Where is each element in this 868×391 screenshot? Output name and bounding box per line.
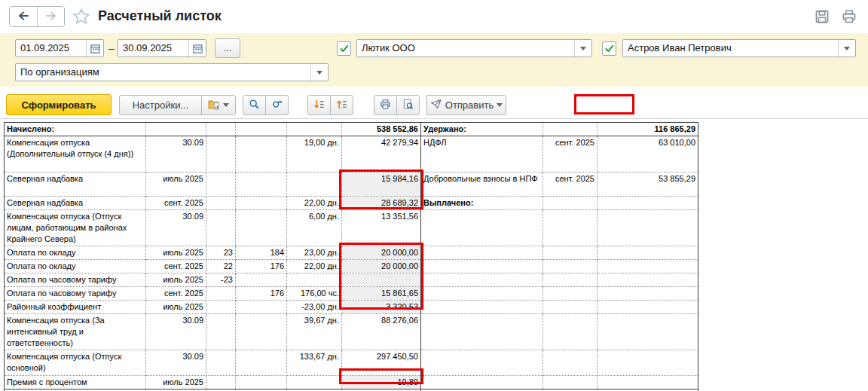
- grid-cell[interactable]: [421, 301, 543, 314]
- grid-cell[interactable]: Удержано:: [421, 123, 543, 136]
- grid-cell[interactable]: Районный коэффициент: [5, 301, 146, 314]
- grid-cell[interactable]: [543, 210, 598, 246]
- grid-cell[interactable]: 6,00 дн.: [287, 210, 342, 246]
- grid-cell[interactable]: -23: [206, 273, 236, 287]
- grid-cell[interactable]: [543, 301, 598, 314]
- grid-cell[interactable]: Компенсация отпуска (Отпуск лицам, работ…: [5, 210, 146, 246]
- grid-cell[interactable]: [206, 123, 236, 136]
- organization-checkbox[interactable]: [337, 41, 351, 56]
- grid-cell[interactable]: [206, 197, 236, 210]
- grid-cell[interactable]: [236, 301, 287, 314]
- save-icon[interactable]: [814, 8, 830, 25]
- grid-cell[interactable]: [421, 287, 543, 301]
- generate-button[interactable]: Сформировать: [6, 94, 112, 115]
- chevron-down-icon[interactable]: [574, 40, 591, 57]
- grid-cell[interactable]: [543, 287, 598, 301]
- grid-cell[interactable]: [421, 273, 543, 287]
- grid-cell[interactable]: Оплата по окладу: [5, 246, 146, 260]
- grid-cell[interactable]: сент. 2025: [543, 136, 598, 173]
- grid-cell[interactable]: [598, 301, 698, 314]
- grid-cell[interactable]: 13 351,56: [342, 210, 421, 246]
- grid-cell[interactable]: Компенсация отпуска (За интенсивный труд…: [5, 314, 146, 350]
- employee-select[interactable]: Астров Иван Петрович: [622, 39, 856, 57]
- date-to-field[interactable]: 30.09.2025: [118, 39, 206, 57]
- print-icon[interactable]: [841, 8, 857, 25]
- grid-cell[interactable]: [287, 173, 342, 197]
- grid-cell[interactable]: Оплата по окладу: [5, 260, 146, 273]
- organization-value[interactable]: Лютик ООО: [357, 40, 574, 57]
- grid-cell[interactable]: 15 984,16: [342, 173, 421, 197]
- grid-cell[interactable]: 538 552,86: [342, 123, 421, 136]
- grid-cell[interactable]: 22: [206, 260, 236, 273]
- grid-cell[interactable]: [598, 314, 698, 350]
- grid-cell[interactable]: [287, 273, 342, 287]
- grid-cell[interactable]: [236, 197, 287, 210]
- favorite-star-icon[interactable]: [72, 8, 90, 26]
- grid-cell[interactable]: [543, 260, 598, 273]
- grid-cell[interactable]: [206, 210, 236, 246]
- grid-cell[interactable]: июль 2025: [146, 301, 206, 314]
- grid-cell[interactable]: [598, 197, 698, 210]
- grid-cell[interactable]: Северная надбавка: [5, 173, 146, 197]
- employee-checkbox[interactable]: [602, 41, 616, 56]
- grid-cell[interactable]: -23,00 дн.: [287, 301, 342, 314]
- employee-value[interactable]: Астров Иван Петрович: [623, 40, 838, 57]
- grid-cell[interactable]: [598, 210, 698, 246]
- grid-cell[interactable]: июль 2025: [146, 173, 206, 197]
- grid-cell[interactable]: 176: [236, 260, 287, 273]
- back-button[interactable]: [10, 7, 37, 26]
- settings-button[interactable]: Настройки...: [119, 95, 202, 115]
- grid-cell[interactable]: сент. 2025: [146, 197, 206, 210]
- grid-cell[interactable]: июль 2025: [146, 246, 206, 260]
- grid-cell[interactable]: [598, 246, 698, 260]
- grid-cell[interactable]: [287, 123, 342, 136]
- grid-cell[interactable]: Оплата по часовому тарифу: [5, 287, 146, 301]
- grid-cell[interactable]: 30.09: [146, 350, 206, 376]
- grid-cell[interactable]: НДФЛ: [421, 136, 543, 173]
- grid-cell[interactable]: [236, 314, 287, 350]
- send-button[interactable]: Отправить: [426, 95, 506, 115]
- grid-cell[interactable]: 20 000,00: [342, 260, 421, 273]
- grid-cell[interactable]: 30.09: [146, 210, 206, 246]
- grid-cell[interactable]: [421, 260, 543, 273]
- collapse-groups-button[interactable]: [330, 95, 353, 115]
- grid-cell[interactable]: [206, 136, 236, 173]
- grid-cell[interactable]: Оплата по часовому тарифу: [5, 273, 146, 287]
- grid-cell[interactable]: сент. 2025: [146, 260, 206, 273]
- grid-cell[interactable]: [421, 376, 543, 389]
- grid-cell[interactable]: -19,80: [342, 376, 421, 389]
- grid-cell[interactable]: 39,67 дн.: [287, 314, 342, 350]
- grid-cell[interactable]: [206, 314, 236, 350]
- grid-cell[interactable]: [421, 350, 543, 376]
- grid-cell[interactable]: [236, 350, 287, 376]
- grid-cell[interactable]: [236, 136, 287, 173]
- grid-cell[interactable]: 30.09: [146, 136, 206, 173]
- grid-cell[interactable]: сент. 2025: [146, 287, 206, 301]
- grid-cell[interactable]: [598, 376, 698, 389]
- grid-cell[interactable]: Компенсация отпуска (Дополнительный отпу…: [5, 136, 146, 173]
- grid-cell[interactable]: 297 450,50: [342, 350, 421, 376]
- grid-cell[interactable]: [146, 123, 206, 136]
- grid-cell[interactable]: 63 010,00: [598, 136, 698, 173]
- search-button[interactable]: [243, 95, 266, 115]
- grid-cell[interactable]: 30.09: [146, 314, 206, 350]
- grid-cell[interactable]: [206, 376, 236, 389]
- grid-cell[interactable]: [287, 376, 342, 389]
- grid-cell[interactable]: [543, 273, 598, 287]
- grouping-value[interactable]: По организациям: [16, 64, 310, 81]
- grid-cell[interactable]: 176,00 чс.: [287, 287, 342, 301]
- search-next-button[interactable]: [265, 95, 289, 115]
- grid-cell[interactable]: 88 276,06: [342, 314, 421, 350]
- grid-cell[interactable]: Премия с процентом: [5, 376, 146, 389]
- grid-cell[interactable]: 19,00 дн.: [287, 136, 342, 173]
- grid-cell[interactable]: [236, 376, 287, 389]
- date-to-value[interactable]: 30.09.2025: [118, 40, 188, 57]
- grid-cell[interactable]: июль 2025: [146, 273, 206, 287]
- grid-cell[interactable]: [543, 376, 598, 389]
- grid-cell[interactable]: Северная надбавка: [5, 197, 146, 210]
- grid-cell[interactable]: [421, 246, 543, 260]
- grid-cell[interactable]: Выплачено:: [421, 197, 543, 210]
- grid-cell[interactable]: [342, 273, 421, 287]
- grid-cell[interactable]: 15 861,65: [342, 287, 421, 301]
- print-report-button[interactable]: [374, 95, 397, 115]
